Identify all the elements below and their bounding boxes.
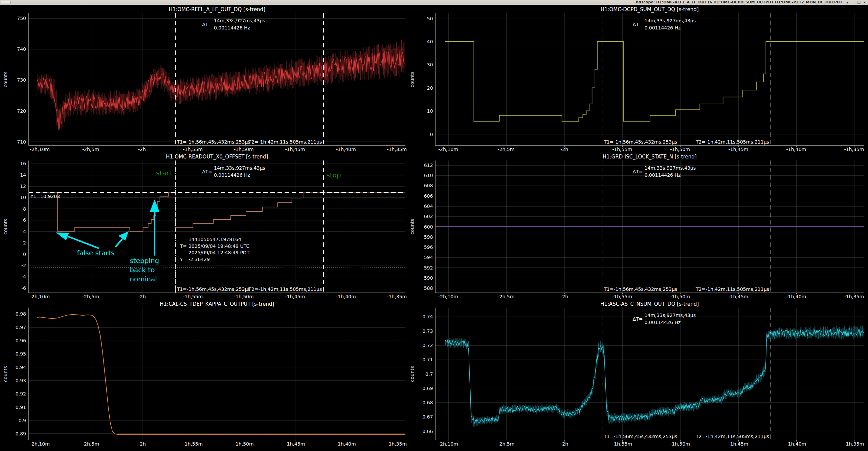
y1-reference-label: Y1=10.9203 <box>30 194 60 199</box>
y1-reference-line[interactable] <box>29 192 405 193</box>
stepping-back-annotation: steppingback tonominal <box>130 256 159 284</box>
x-tick-label: -1h,50m <box>234 294 254 299</box>
x-tick-label: -2h,10m <box>30 294 50 299</box>
x-tick-label: -1h,35m <box>844 294 864 299</box>
y-tick-label: 720 <box>17 108 26 114</box>
y-tick-label: 8 <box>23 206 26 212</box>
x-tick-label: -1h,45m <box>728 147 748 152</box>
plot-area-omc-readout-offset[interactable]: T1=-1h,56m,45s,432ms,253µsT2=-1h,42m,11s… <box>28 160 405 293</box>
plot-asc-as-c-nsum: H1:ASC-AS_C_NSUM_OUT_DQ [s-trend]counts0… <box>409 300 864 447</box>
y-axis: 0.980.970.960.950.940.930.920.910.90.89 <box>9 308 28 440</box>
t2-cursor[interactable] <box>323 13 324 145</box>
t1-cursor[interactable] <box>602 160 602 293</box>
window-titlebar: ndscope: H1:OMC-REFL_A_LF_OUT16 H1:OMC-D… <box>0 0 868 5</box>
x-tick-label: -2h,5m <box>497 441 514 447</box>
delta-t-prefix: ΔT= <box>633 22 643 27</box>
window-maximize-button[interactable]: ❐ <box>858 0 861 5</box>
y-tick-label: 0.96 <box>16 338 26 343</box>
delta-t-frequency: 0.00114426 Hz <box>214 172 265 179</box>
x-tick-label: -1h,50m <box>234 441 254 447</box>
window-menu-button[interactable] <box>1 1 11 4</box>
plot-omc-readout-offset: H1:OMC-READOUT_X0_OFFSET [s-trend]counts… <box>2 153 405 300</box>
delta-t-prefix: ΔT= <box>633 316 643 322</box>
y-tick-label: 710 <box>17 139 26 145</box>
y-tick-label: 610 <box>424 173 433 178</box>
delta-t-readout: ΔT=14m,33s,927ms,43µs0.00114426 Hz <box>633 312 696 326</box>
y-tick-label: 12 <box>20 184 26 189</box>
delta-t-frequency: 0.00114426 Hz <box>644 319 696 326</box>
y-tick-label: 0 <box>430 132 433 137</box>
plot-area-cal-kappa-c[interactable] <box>28 308 405 440</box>
t1-cursor-label: T1=-1h,56m,45s,432ms,253µs <box>604 286 677 292</box>
plot-title: H1:GRD-ISC_LOCK_STATE_N [s-trend] <box>409 153 864 160</box>
t2-cursor[interactable] <box>771 13 771 145</box>
y-tick-label: 602 <box>424 214 433 219</box>
x-tick-label: -2h <box>138 441 146 447</box>
x-tick-label: -1h,45m <box>728 294 748 299</box>
t1-cursor-label: T1=-1h,56m,45s,432ms,253µs <box>604 139 677 145</box>
plot-omc-dcpd: H1:OMC-DCPD_SUM_OUT_DQ [s-trend]counts50… <box>409 6 864 152</box>
crosshair-readout-prefix: T= <box>180 243 187 250</box>
delta-t-value: 14m,33s,927ms,43µs <box>214 17 265 24</box>
y-tick-label: 40 <box>427 39 433 44</box>
x-tick-label: -2h <box>138 294 146 299</box>
plot-area-omc-refl[interactable]: T1=-1h,56m,45s,432ms,253µsT2=-1h,42m,11s… <box>28 13 405 146</box>
t1-cursor[interactable] <box>175 13 176 145</box>
y-axis-label: counts <box>2 160 9 293</box>
plot-area-asc-as-c-nsum[interactable]: T1=-1h,56m,45s,432ms,253µsT2=-1h,42m,11s… <box>435 308 864 440</box>
window-close-button[interactable]: ✕ <box>863 0 866 5</box>
y-tick-label: 0 <box>23 252 26 257</box>
delta-t-readout: ΔT=14m,33s,927ms,43µs0.00114426 Hz <box>633 165 696 179</box>
y-tick-label: 606 <box>424 193 433 199</box>
x-tick-label: -2h <box>138 147 146 152</box>
y-tick-label: 604 <box>424 203 433 209</box>
x-tick-label: -1h,40m <box>786 147 806 152</box>
x-tick-label: -1h,45m <box>285 294 305 299</box>
delta-t-readout: ΔT=14m,33s,927ms,43µs0.00114426 Hz <box>202 165 265 179</box>
x-tick-label: -2h <box>560 441 568 447</box>
delta-t-prefix: ΔT= <box>633 169 643 174</box>
x-tick-label: -1h,35m <box>844 147 864 152</box>
plot-omc-refl: H1:OMC-REFL_A_LF_OUT_DQ [s-trend]counts7… <box>2 6 405 152</box>
y-tick-label: 750 <box>17 16 26 21</box>
window-shade-button[interactable]: ∗ <box>846 0 848 5</box>
y-tick-label: 20 <box>427 85 433 91</box>
y-tick-label: 592 <box>424 265 433 271</box>
t1-cursor-label: T1=-1h,56m,45s,432ms,253µs <box>177 139 250 145</box>
y-tick-label: 50 <box>427 16 433 21</box>
y-tick-label: 16 <box>20 161 26 166</box>
t1-cursor[interactable] <box>602 13 602 145</box>
y-tick-label: 14 <box>20 172 26 178</box>
y-tick-label: 0.71 <box>422 357 433 362</box>
x-tick-label: -1h,55m <box>612 147 632 152</box>
t2-cursor[interactable] <box>771 308 771 440</box>
x-tick-label: -1h,50m <box>234 147 254 152</box>
plot-title: H1:ASC-AS_C_NSUM_OUT_DQ [s-trend] <box>409 300 864 308</box>
x-tick-label: -1h,35m <box>387 441 407 447</box>
y-tick-label: 730 <box>17 77 26 83</box>
y-tick-label: 0.95 <box>16 351 26 357</box>
t1-cursor[interactable] <box>602 308 602 440</box>
y-tick-label: 740 <box>17 46 26 52</box>
y-tick-label: 0.73 <box>422 328 433 334</box>
y-tick-label: 0.92 <box>16 391 26 396</box>
x-axis: -2h,10m-2h,5m-2h-1h,55m-1h,50m-1h,45m-1h… <box>28 440 405 447</box>
x-tick-label: -1h,45m <box>285 147 305 152</box>
plot-area-omc-dcpd[interactable]: T1=-1h,56m,45s,432ms,253µsT2=-1h,42m,11s… <box>435 13 864 146</box>
t2-cursor[interactable] <box>323 160 324 293</box>
trace-grd-isc-lock <box>436 160 864 293</box>
t2-cursor[interactable] <box>771 160 771 293</box>
false-starts-annotation: false starts <box>77 249 115 257</box>
plot-area-grd-isc-lock[interactable]: T1=-1h,56m,45s,432ms,253µsT2=-1h,42m,11s… <box>435 160 864 293</box>
x-axis: -2h,10m-2h,5m-2h-1h,55m-1h,50m-1h,45m-1h… <box>435 293 864 300</box>
plot-title: H1:OMC-DCPD_SUM_OUT_DQ [s-trend] <box>409 6 864 13</box>
y-tick-label: 608 <box>424 183 433 188</box>
t1-cursor-label: T1=-1h,56m,45s,432ms,253µs <box>177 286 250 292</box>
window-minimize-button[interactable]: — <box>851 0 855 5</box>
y-tick-label: 0.7 <box>425 371 433 377</box>
x-axis: -2h,10m-2h,5m-2h-1h,55m-1h,50m-1h,45m-1h… <box>435 146 864 152</box>
delta-t-value: 14m,33s,927ms,43µs <box>214 165 265 172</box>
y-axis: 50403020100 <box>416 13 435 146</box>
delta-t-readout: ΔT=14m,33s,927ms,43µs0.00114426 Hz <box>202 17 265 31</box>
y-tick-label: 590 <box>424 275 433 281</box>
